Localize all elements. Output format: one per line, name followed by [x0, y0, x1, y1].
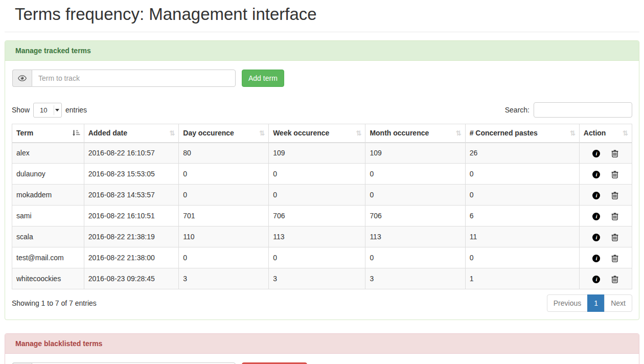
tracked-terms-panel-body: Add term Show 10 entries Search: [5, 61, 639, 320]
show-label: Show [12, 106, 30, 114]
action-cell: i [579, 247, 632, 268]
table-row: dulaunoy 2016-08-23 15:53:05 0 0 0 0 i [12, 164, 632, 185]
table-row: alex 2016-08-22 16:10:57 80 109 109 26 i [12, 143, 632, 164]
added-date-cell: 2016-08-22 21:38:19 [84, 226, 179, 247]
term-cell: alex [12, 143, 84, 164]
title-divider [5, 32, 639, 32]
month-occurence-cell: 113 [365, 226, 465, 247]
info-icon[interactable]: i [592, 276, 600, 283]
term-cell: dulaunoy [12, 164, 84, 185]
month-occurence-cell: 0 [365, 247, 465, 268]
month-occurence-cell: 0 [365, 164, 465, 185]
table-row: test@mail.com 2016-08-22 21:38:00 0 0 0 … [12, 247, 632, 268]
column-header-action[interactable]: Action ⇅ [579, 124, 632, 143]
concerned-pastes-cell: 1 [465, 268, 579, 289]
sort-icon: ⇅ [259, 129, 265, 137]
added-date-cell: 2016-08-22 21:38:00 [84, 247, 179, 268]
week-occurence-cell: 109 [269, 143, 365, 164]
pagination-previous[interactable]: Previous [547, 294, 588, 312]
pagination-page-1[interactable]: 1 [587, 294, 605, 312]
pagination: Previous 1 Next [547, 294, 632, 312]
pagination-next[interactable]: Next [604, 294, 632, 312]
table-header-row: Term [12, 124, 632, 143]
day-occurence-cell: 110 [179, 226, 269, 247]
table-row: whitecoockies 2016-08-23 09:28:45 3 3 3 … [12, 268, 632, 289]
column-header-added-date[interactable]: Added date ⇅ [84, 124, 179, 143]
column-header-concerned-pastes[interactable]: # Concerned pastes ⇅ [465, 124, 579, 143]
page-length-select[interactable]: 10 [33, 103, 62, 118]
tracked-terms-table: Term [12, 124, 632, 289]
month-occurence-cell: 3 [365, 268, 465, 289]
column-header-term[interactable]: Term [12, 124, 84, 143]
action-cell: i [579, 185, 632, 206]
term-cell: mokaddem [12, 185, 84, 206]
blacklisted-terms-panel-header: Manage blacklisted terms [5, 334, 639, 354]
action-cell: i [579, 268, 632, 289]
add-term-button[interactable]: Add term [242, 70, 284, 87]
trash-icon[interactable] [611, 213, 618, 220]
page-length-control: Show 10 entries [12, 103, 87, 118]
entries-label: entries [65, 106, 87, 114]
trash-icon[interactable] [611, 150, 618, 157]
sort-icon: ⇅ [456, 129, 462, 137]
week-occurence-cell: 0 [269, 185, 365, 206]
table-row: sami 2016-08-22 16:10:51 701 706 706 6 i [12, 206, 632, 226]
sort-asc-icon [73, 130, 80, 136]
added-date-cell: 2016-08-22 16:10:51 [84, 206, 179, 226]
day-occurence-cell: 0 [179, 164, 269, 185]
info-icon[interactable]: i [592, 192, 600, 199]
search-input[interactable] [534, 102, 632, 118]
info-icon[interactable]: i [592, 255, 600, 262]
trash-icon[interactable] [611, 171, 618, 178]
day-occurence-cell: 80 [179, 143, 269, 164]
concerned-pastes-cell: 0 [465, 164, 579, 185]
trash-icon[interactable] [611, 276, 618, 283]
month-occurence-cell: 706 [365, 206, 465, 226]
week-occurence-cell: 706 [269, 206, 365, 226]
tracked-terms-panel-header: Manage tracked terms [5, 41, 639, 61]
term-cell: sami [12, 206, 84, 226]
page: Terms frequency: Management interface Ma… [0, 0, 644, 364]
trash-icon[interactable] [611, 192, 618, 199]
blacklisted-terms-panel: Manage blacklisted terms [5, 333, 639, 364]
day-occurence-cell: 0 [179, 247, 269, 268]
added-date-cell: 2016-08-23 15:53:05 [84, 164, 179, 185]
concerned-pastes-cell: 26 [465, 143, 579, 164]
info-icon[interactable]: i [592, 171, 600, 178]
week-occurence-cell: 113 [269, 226, 365, 247]
info-icon[interactable]: i [592, 150, 600, 157]
info-icon[interactable]: i [592, 234, 600, 241]
concerned-pastes-cell: 6 [465, 206, 579, 226]
table-row: mokaddem 2016-08-23 14:53:57 0 0 0 0 i [12, 185, 632, 206]
day-occurence-cell: 3 [179, 268, 269, 289]
concerned-pastes-cell: 0 [465, 185, 579, 206]
action-cell: i [579, 164, 632, 185]
concerned-pastes-cell: 11 [465, 226, 579, 247]
table-row: scala 2016-08-22 21:38:19 110 113 113 11… [12, 226, 632, 247]
action-cell: i [579, 206, 632, 226]
week-occurence-cell: 3 [269, 268, 365, 289]
added-date-cell: 2016-08-22 16:10:57 [84, 143, 179, 164]
term-to-track-input[interactable] [32, 70, 236, 87]
page-title: Terms frequency: Management interface [15, 5, 639, 24]
blacklisted-terms-panel-body [5, 354, 639, 364]
month-occurence-cell: 109 [365, 143, 465, 164]
info-icon[interactable]: i [592, 213, 600, 220]
column-header-month-occurence[interactable]: Month occurence ⇅ [365, 124, 465, 143]
trash-icon[interactable] [611, 255, 618, 262]
tracked-terms-panel: Manage tracked terms Add term [5, 40, 639, 320]
action-cell: i [579, 226, 632, 247]
term-cell: whitecoockies [12, 268, 84, 289]
table-body: alex 2016-08-22 16:10:57 80 109 109 26 i… [12, 143, 632, 289]
week-occurence-cell: 0 [269, 164, 365, 185]
sort-icon: ⇅ [570, 129, 576, 137]
showing-entries-text: Showing 1 to 7 of 7 entries [12, 299, 97, 307]
column-header-week-occurence[interactable]: Week occurence ⇅ [269, 124, 365, 143]
column-header-day-occurence[interactable]: Day occurence ⇅ [179, 124, 269, 143]
term-cell: test@mail.com [12, 247, 84, 268]
day-occurence-cell: 0 [179, 185, 269, 206]
term-cell: scala [12, 226, 84, 247]
sort-icon: ⇅ [623, 129, 628, 137]
added-date-cell: 2016-08-23 09:28:45 [84, 268, 179, 289]
trash-icon[interactable] [611, 234, 618, 241]
